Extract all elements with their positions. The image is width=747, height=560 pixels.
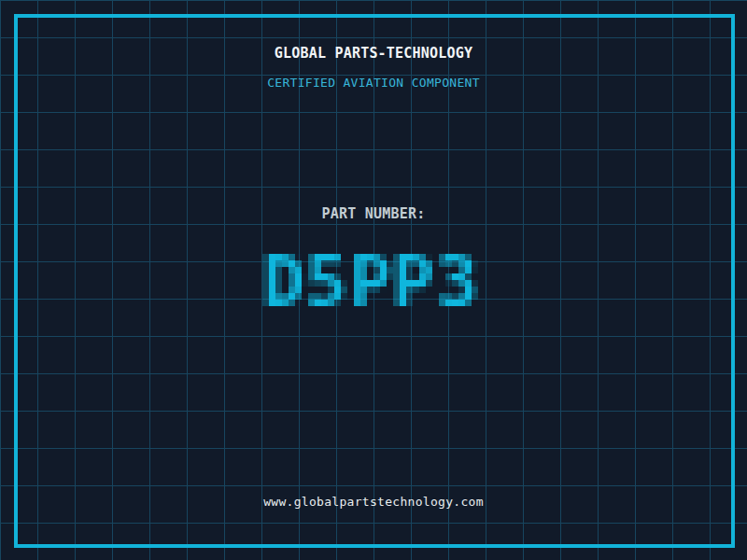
label-plate: GLOBAL PARTS-TECHNOLOGY CERTIFIED AVIATI… — [0, 0, 747, 560]
part-number-display — [0, 241, 747, 329]
certification-tagline: CERTIFIED AVIATION COMPONENT — [0, 76, 747, 90]
brand-title: GLOBAL PARTS-TECHNOLOGY — [0, 46, 747, 61]
part-number-value — [256, 241, 491, 326]
part-number-label: PART NUMBER: — [0, 206, 747, 221]
website-url: www.globalpartstechnology.com — [0, 495, 747, 509]
